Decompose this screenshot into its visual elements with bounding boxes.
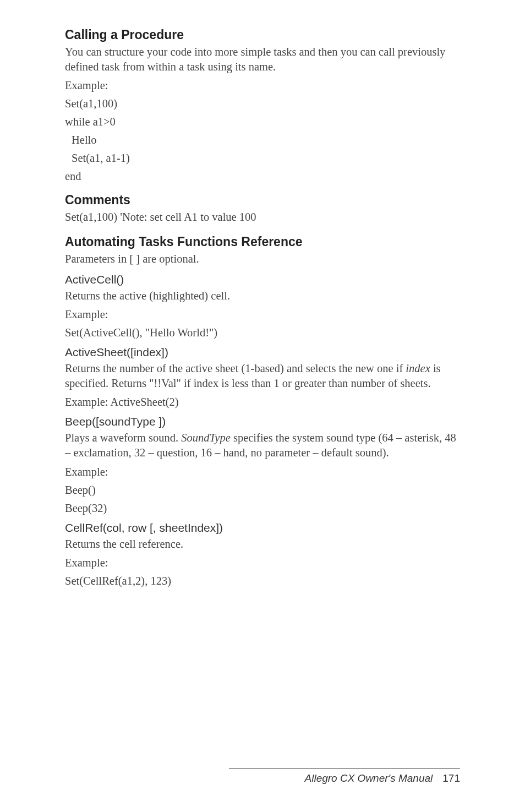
code-line: end [65,170,460,183]
example-label: Example: [65,466,460,478]
heading-automating: Automating Tasks Functions Reference [65,235,460,249]
code-beep2: Beep(32) [65,502,460,515]
code-line: Set(a1, a1-1) [65,152,460,165]
para-automating: Parameters in [ ] are optional. [65,252,460,266]
code-beep1: Beep() [65,484,460,497]
heading-calling-procedure: Calling a Procedure [65,28,460,42]
para-activecell: Returns the active (highlighted) cell. [65,288,460,303]
page-footer: Allegro CX Owner's Manual171 [229,769,460,784]
heading-activecell: ActiveCell() [65,273,460,286]
heading-activesheet: ActiveSheet([index]) [65,346,460,359]
para-beep: Plays a waveform sound. SoundType specif… [65,430,460,460]
example-label: Example: [65,308,460,321]
code-activecell: Set(ActiveCell(), "Hello World!") [65,326,460,339]
code-line: Hello [65,134,460,146]
code-comments: Set(a1,100) 'Note: set cell A1 to value … [65,210,460,225]
para-activesheet: Returns the number of the active sheet (… [65,361,460,390]
para-calling-procedure: You can structure your code into more si… [65,45,460,74]
example-label: Example: [65,79,460,92]
code-cellref: Set(CellRef(a1,2), 123) [65,575,460,587]
heading-comments: Comments [65,193,460,208]
footer-title: Allegro CX Owner's Manual [305,772,433,784]
example-activesheet: Example: ActiveSheet(2) [65,396,460,408]
heading-beep: Beep([soundType ]) [65,415,460,428]
code-line: while a1>0 [65,116,460,128]
footer-page-number: 171 [442,772,460,784]
heading-cellref: CellRef(col, row [, sheetIndex]) [65,521,460,535]
para-cellref: Returns the cell reference. [65,537,460,552]
example-label: Example: [65,557,460,569]
code-line: Set(a1,100) [65,97,460,110]
